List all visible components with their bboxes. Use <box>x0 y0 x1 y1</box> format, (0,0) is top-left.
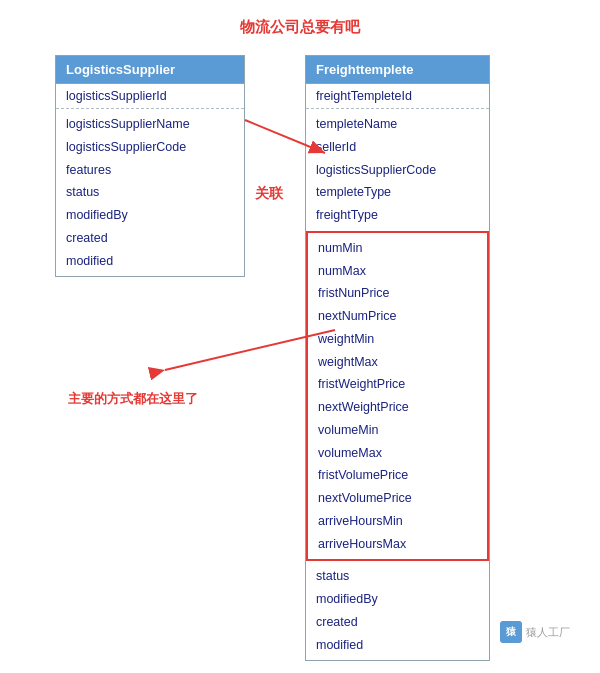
watermark: 猿 猿人工厂 <box>500 621 570 643</box>
watermark-text: 猿人工厂 <box>526 625 570 640</box>
freight-field-top-item: sellerId <box>306 136 489 159</box>
freight-field-boxed-item: volumeMax <box>308 442 487 465</box>
logistics-field-item: status <box>56 181 244 204</box>
freight-field-top-item: logisticsSupplierCode <box>306 159 489 182</box>
freight-field-boxed-item: fristVolumePrice <box>308 464 487 487</box>
logistics-field-item: logisticsSupplierName <box>56 113 244 136</box>
tables-row: LogisticsSupplier logisticsSupplierId lo… <box>55 55 490 661</box>
freight-field-boxed-item: nextNumPrice <box>308 305 487 328</box>
logistics-field-item: features <box>56 159 244 182</box>
logistics-table: LogisticsSupplier logisticsSupplierId lo… <box>55 55 245 277</box>
freight-field-top-item: templeteType <box>306 181 489 204</box>
freight-fields-bottom: statusmodifiedBycreatedmodified <box>306 561 489 660</box>
freight-field-boxed-item: arriveHoursMin <box>308 510 487 533</box>
freight-field-boxed-item: numMax <box>308 260 487 283</box>
freight-field-boxed-item: volumeMin <box>308 419 487 442</box>
logistics-field-item: created <box>56 227 244 250</box>
freight-field-boxed-item: weightMax <box>308 351 487 374</box>
freight-field-top-item: freightType <box>306 204 489 227</box>
freight-field-boxed-item: fristNunPrice <box>308 282 487 305</box>
freight-field-boxed-item: nextWeightPrice <box>308 396 487 419</box>
freight-field-top-item: templeteName <box>306 113 489 136</box>
freight-pk: freightTempleteId <box>306 84 489 109</box>
page-container: 物流公司总要有吧 LogisticsSupplier logisticsSupp… <box>0 0 600 673</box>
annotation-left: 主要的方式都在这里了 <box>68 390 198 408</box>
freight-field-bottom-item: created <box>306 611 489 634</box>
freight-field-bottom-item: status <box>306 565 489 588</box>
freight-fields-top: templeteNamesellerIdlogisticsSupplierCod… <box>306 109 489 231</box>
freight-field-boxed-item: weightMin <box>308 328 487 351</box>
freight-field-boxed-item: fristWeightPrice <box>308 373 487 396</box>
logistics-field-item: logisticsSupplierCode <box>56 136 244 159</box>
freight-table-header: Freighttemplete <box>306 56 489 84</box>
page-title: 物流公司总要有吧 <box>240 18 360 37</box>
freight-field-bottom-item: modifiedBy <box>306 588 489 611</box>
freight-field-boxed-item: numMin <box>308 237 487 260</box>
freight-field-boxed-item: nextVolumePrice <box>308 487 487 510</box>
freight-table: Freighttemplete freightTempleteId temple… <box>305 55 490 661</box>
freight-field-bottom-item: modified <box>306 634 489 657</box>
freight-boxed-section: numMinnumMaxfristNunPricenextNumPricewei… <box>306 231 489 562</box>
logistics-fields: logisticsSupplierNamelogisticsSupplierCo… <box>56 109 244 276</box>
watermark-icon: 猿 <box>500 621 522 643</box>
logistics-field-item: modified <box>56 250 244 273</box>
logistics-field-item: modifiedBy <box>56 204 244 227</box>
annotation-guan: 关联 <box>255 185 283 203</box>
freight-field-boxed-item: arriveHoursMax <box>308 533 487 556</box>
logistics-pk: logisticsSupplierId <box>56 84 244 109</box>
logistics-table-header: LogisticsSupplier <box>56 56 244 84</box>
